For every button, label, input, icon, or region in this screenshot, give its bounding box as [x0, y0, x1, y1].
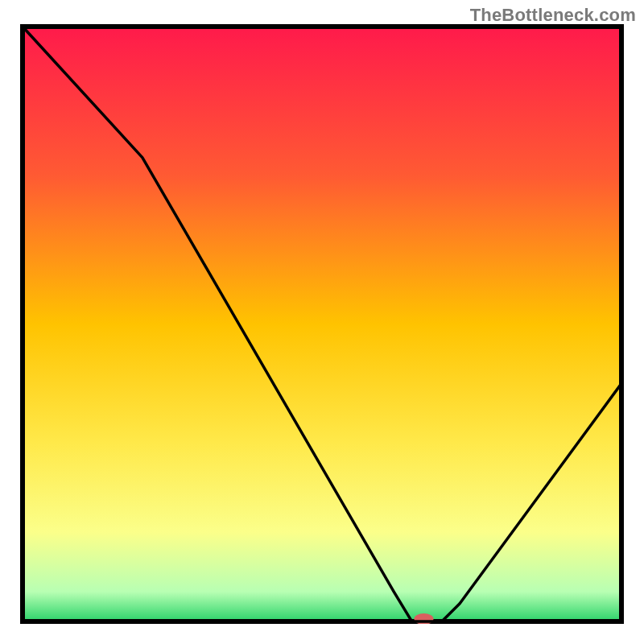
- gradient-background: [23, 27, 621, 621]
- plot-area: [20, 24, 624, 624]
- chart-svg: [20, 24, 624, 624]
- watermark-text: TheBottleneck.com: [470, 5, 636, 26]
- chart-container: TheBottleneck.com: [0, 0, 644, 644]
